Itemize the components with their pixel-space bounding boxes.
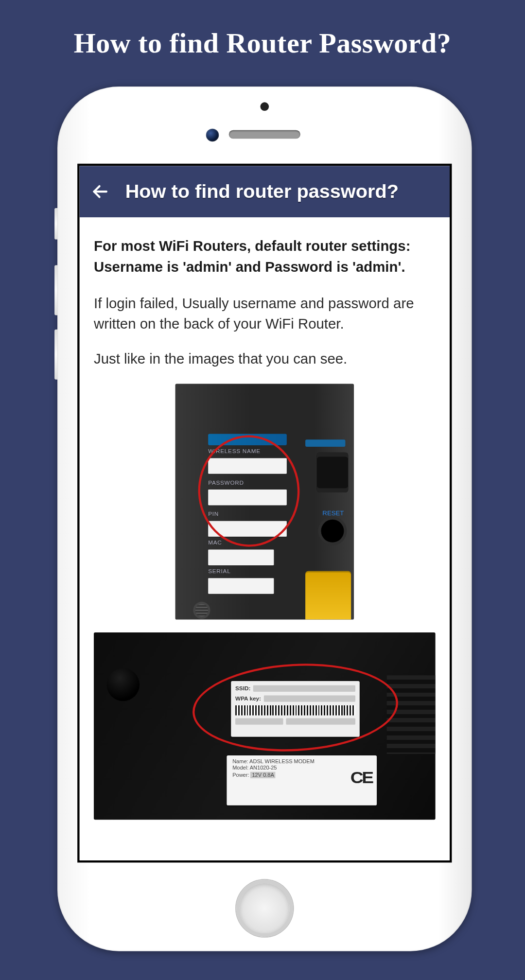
- phone-home-button: [236, 880, 294, 937]
- router-image-1: WIRELESS NAME PASSWORD PIN MAC SERIAL RE…: [175, 384, 354, 620]
- phone-mockup: How to find router password? For most Wi…: [57, 87, 472, 951]
- router1-broadband-strip: [305, 439, 345, 447]
- phone-side-button: [54, 265, 57, 315]
- back-arrow-icon[interactable]: [91, 182, 109, 201]
- phone-frame: How to find router password? For most Wi…: [57, 87, 472, 951]
- app-header-title: How to find router password?: [125, 180, 399, 203]
- router1-reset-label: RESET: [322, 509, 344, 517]
- router1-label-serial: SERIAL: [208, 578, 274, 594]
- router-image-2-wrap: SSID: WPA key: Name: ADSL WIRELESS MODEM…: [94, 632, 436, 820]
- phone-speaker: [229, 130, 300, 139]
- fallback-paragraph: If login failed, Usually username and pa…: [94, 293, 436, 334]
- router-image-1-wrap: WIRELESS NAME PASSWORD PIN MAC SERIAL RE…: [94, 384, 436, 620]
- router1-ethernet-port: [317, 453, 349, 492]
- content-area: For most WiFi Routers, default router se…: [80, 217, 450, 841]
- ce-mark: CE: [350, 768, 372, 788]
- router2-bottom-sticker: Name: ADSL WIRELESS MODEM Model: AN1020-…: [227, 755, 377, 805]
- app-header: How to find router password?: [80, 166, 450, 217]
- images-note-paragraph: Just like in the images that you can see…: [94, 349, 436, 369]
- phone-side-button: [54, 330, 57, 380]
- router2-round-button: [106, 668, 140, 701]
- router1-reset-button: [321, 520, 344, 542]
- router1-yellow-port: [305, 571, 351, 620]
- phone-camera: [206, 129, 219, 141]
- router1-vent: [195, 604, 208, 616]
- router2-highlight-circle: [190, 659, 400, 756]
- router1-label-mac: MAC: [208, 550, 274, 565]
- intro-paragraph: For most WiFi Routers, default router se…: [94, 236, 436, 277]
- phone-sensor: [260, 102, 269, 111]
- phone-side-button: [54, 208, 57, 240]
- router-image-2: SSID: WPA key: Name: ADSL WIRELESS MODEM…: [94, 632, 436, 820]
- page-title: How to find Router Password?: [0, 0, 525, 59]
- phone-screen: How to find router password? For most Wi…: [77, 164, 452, 863]
